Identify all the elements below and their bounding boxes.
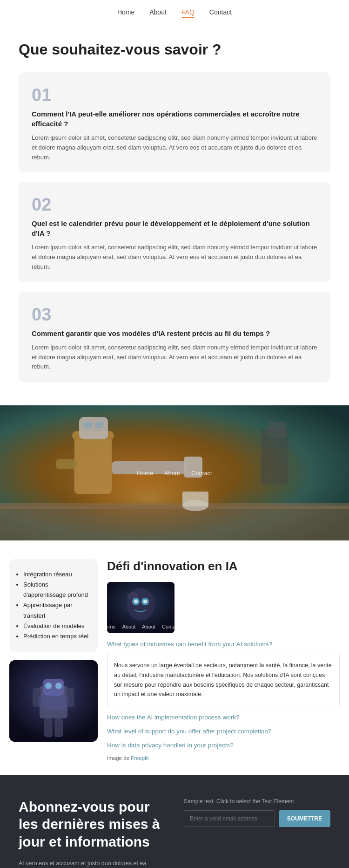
- svg-point-34: [127, 592, 138, 600]
- innovation-right: Défi d'innovation en IA: [107, 559, 340, 761]
- banner-nav-contact[interactable]: Contact: [191, 470, 212, 477]
- subscribe-title: Abonnez-vous pour les dernières mises à …: [19, 798, 165, 851]
- subscribe-sample-text: Sample text. Click to select the Text El…: [184, 798, 330, 805]
- face-nav-home[interactable]: Home: [107, 624, 115, 629]
- faq-link-3[interactable]: What level of support do you offer after…: [107, 727, 340, 736]
- nav-home[interactable]: Home: [117, 8, 134, 18]
- faq-answer-2: Lorem ipsum dolor sit amet, consetetur s…: [32, 243, 317, 272]
- faq-link-1[interactable]: What types of industries can benefit fro…: [107, 640, 340, 649]
- svg-point-21: [45, 683, 52, 689]
- submit-button[interactable]: SOUMETTRE: [279, 810, 330, 827]
- svg-point-27: [37, 692, 70, 711]
- faq-card-3: 03 Comment garantir que vos modèles d'IA…: [19, 292, 330, 382]
- list-item-2: Solutions d'apprentissage profond: [23, 580, 89, 600]
- svg-point-32: [134, 600, 138, 603]
- robot-banner: Home About Contact: [0, 405, 349, 540]
- faq-card-1: 01 Comment l'IA peut-elle améliorer nos …: [19, 72, 330, 172]
- face-nav-contact[interactable]: Contact: [162, 624, 174, 629]
- nav-contact[interactable]: Contact: [209, 8, 232, 18]
- faq-answer-1: Lorem ipsum dolor sit amet, consetetur s…: [32, 133, 317, 162]
- faq-title: Que souhaitez-vous savoir ?: [19, 41, 330, 58]
- nav-faq[interactable]: FAQ: [181, 8, 195, 18]
- faq-num-2: 02: [32, 195, 317, 215]
- robot-small-image: [9, 660, 98, 742]
- face-nav-about[interactable]: About: [122, 624, 135, 629]
- banner-nav-about[interactable]: About: [164, 470, 180, 477]
- subscribe-form: SOUMETTRE: [184, 810, 330, 827]
- list-item-3: Apprentissage par transfert: [23, 600, 89, 621]
- faq-question-3: Comment garantir que vos modèles d'IA re…: [32, 328, 317, 338]
- svg-rect-26: [54, 718, 63, 737]
- freepik-link[interactable]: Freepik: [131, 755, 148, 761]
- nav-about[interactable]: About: [149, 8, 167, 18]
- image-credit: Image de Freepik: [107, 755, 340, 761]
- faq-question-1: Comment l'IA peut-elle améliorer nos opé…: [32, 109, 317, 129]
- face-nav-about2[interactable]: About: [142, 624, 155, 629]
- email-input[interactable]: [184, 810, 275, 827]
- svg-point-33: [143, 600, 147, 603]
- innovation-list: Intégration réseau Solutions d'apprentis…: [9, 559, 98, 652]
- svg-rect-25: [44, 718, 53, 737]
- innovation-left: Intégration réseau Solutions d'apprentis…: [9, 559, 98, 761]
- banner-nav-home[interactable]: Home: [137, 470, 153, 477]
- subscribe-section: Abonnez-vous pour les dernières mises à …: [0, 775, 349, 868]
- faq-num-3: 03: [32, 305, 317, 325]
- faq-answer-3: Lorem ipsum dolor sit amet, consetetur s…: [32, 343, 317, 372]
- list-item-1: Intégration réseau: [23, 569, 89, 580]
- faq-card-2: 02 Quel est le calendrier prévu pour le …: [19, 182, 330, 282]
- subscribe-right: Sample text. Click to select the Text El…: [184, 798, 330, 832]
- list-item-5: Prédiction en temps réel: [23, 631, 89, 642]
- face-image-nav: Home About About Contact: [107, 624, 174, 629]
- list-item-4: Évaluation de modèles: [23, 621, 89, 631]
- main-nav: Home About FAQ Contact: [0, 0, 349, 22]
- subscribe-left: Abonnez-vous pour les dernières mises à …: [19, 798, 165, 868]
- faq-num-1: 01: [32, 85, 317, 105]
- faq-question-2: Quel est le calendrier prévu pour le dév…: [32, 219, 317, 238]
- svg-point-22: [55, 683, 62, 689]
- faq-section: Que souhaitez-vous savoir ? 01 Comment l…: [0, 22, 349, 405]
- banner-nav: Home About Contact: [137, 470, 212, 477]
- innovation-section: Intégration réseau Solutions d'apprentis…: [0, 540, 349, 775]
- faq-link-2[interactable]: How does the AI implementation process w…: [107, 713, 340, 722]
- innovation-title: Défi d'innovation en IA: [107, 559, 340, 574]
- innovation-face-image: Home About About Contact: [107, 582, 174, 633]
- faq-link-4[interactable]: How is data privacy handled in your proj…: [107, 741, 340, 750]
- subscribe-description: At vero eos et accusam et justo duo dolo…: [19, 859, 165, 868]
- faq-expanded-answer: Nous servons un large éventail de secteu…: [107, 654, 340, 706]
